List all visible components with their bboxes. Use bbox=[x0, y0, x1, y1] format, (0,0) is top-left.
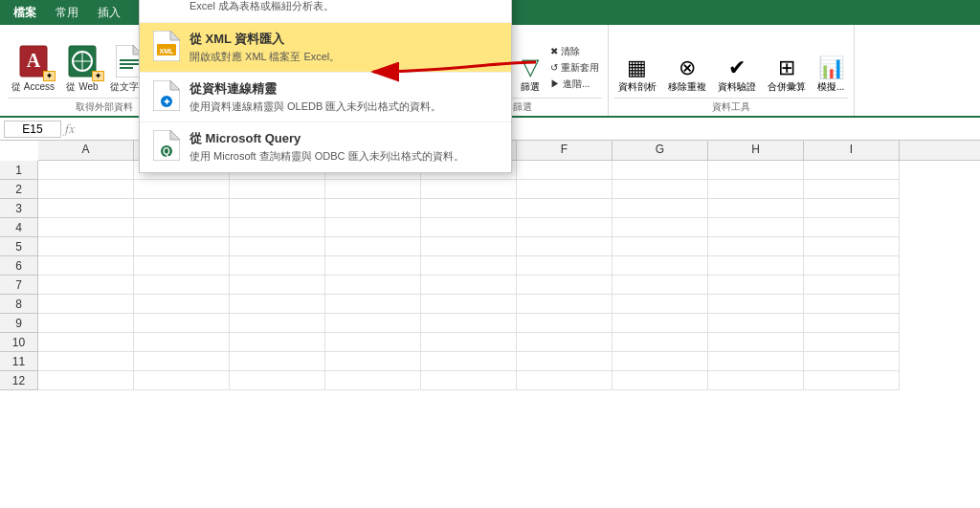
row-header-11[interactable]: 11 bbox=[0, 352, 37, 371]
btn-text-to-columns[interactable]: ▦ 資料剖析 bbox=[614, 54, 660, 96]
col-header-i[interactable]: I bbox=[804, 141, 900, 160]
formula-separator: 𝑓𝑥 bbox=[65, 121, 75, 137]
filter-icon: ▽ bbox=[522, 54, 539, 80]
svg-text:✦: ✦ bbox=[163, 97, 171, 107]
menu-item-microsoft-query[interactable]: Q 從 Microsoft Query 使用 Microsoft 查詢精靈與 O… bbox=[140, 122, 511, 171]
svg-text:XML: XML bbox=[160, 48, 175, 55]
web-btn-label: 從 Web bbox=[66, 81, 98, 93]
row-header-4[interactable]: 4 bbox=[0, 218, 37, 237]
dropdown-menu[interactable]: SQL 從 SQL Server 建立 SQL Server 表格的連線。將資料… bbox=[139, 0, 512, 173]
menu-item-data-connection-wizard[interactable]: ✦ 從資料連線精靈 使用資料連線精靈與 OLEDB 匯入未列出格式的資料。 bbox=[140, 73, 511, 122]
row-header-8[interactable]: 8 bbox=[0, 295, 37, 314]
name-box[interactable]: E15 bbox=[4, 121, 61, 138]
btn-remove-duplicates[interactable]: ⊗ 移除重複 bbox=[664, 54, 710, 96]
row-header-12[interactable]: 12 bbox=[0, 371, 37, 390]
btn-consolidate[interactable]: ⊞ 合併彙算 bbox=[764, 54, 810, 96]
access-icon: A ✦ bbox=[15, 43, 52, 79]
text-cols-icon: ▦ bbox=[627, 55, 647, 80]
microsoft-query-icon: Q bbox=[151, 130, 182, 161]
col-header-g[interactable]: G bbox=[612, 141, 708, 160]
data-val-label: 資料驗證 bbox=[718, 80, 756, 94]
microsoft-query-text: 從 Microsoft Query 使用 Microsoft 查詢精靈與 ODB… bbox=[189, 130, 464, 164]
row-header-5[interactable]: 5 bbox=[0, 237, 37, 256]
xml-import-title: 從 XML 資料匯入 bbox=[189, 31, 340, 48]
col-header-f[interactable]: F bbox=[517, 141, 612, 160]
filter-label: 篩選 bbox=[521, 80, 540, 94]
btn-data-validation[interactable]: ✔ 資料驗證 bbox=[714, 54, 760, 96]
data-conn-wizard-title: 從資料連線精靈 bbox=[189, 80, 441, 98]
tab-home[interactable]: 常用 bbox=[46, 1, 88, 25]
data-conn-wizard-icon: ✦ bbox=[151, 80, 182, 111]
btn-advanced[interactable]: ▶ 進階... bbox=[547, 77, 602, 92]
btn-whatif[interactable]: 📊 模擬... bbox=[813, 54, 848, 96]
svg-marker-30 bbox=[170, 130, 180, 140]
svg-marker-22 bbox=[170, 31, 180, 40]
menu-item-xml-import[interactable]: XML 從 XML 資料匯入 開啟或對應 XML 檔案至 Excel。 bbox=[140, 23, 511, 73]
btn-filter[interactable]: ▽ 篩選 bbox=[517, 52, 544, 96]
tab-file[interactable]: 檔案 bbox=[4, 1, 46, 25]
row-header-6[interactable]: 6 bbox=[0, 256, 37, 276]
btn-reapply[interactable]: ↺ 重新套用 bbox=[547, 60, 602, 76]
row-header-2[interactable]: 2 bbox=[0, 180, 37, 199]
menu-item-analysis-services[interactable]: SSAS 從 Analysis Services 建立 SQL Server A… bbox=[140, 0, 511, 23]
web-icon: ✦ bbox=[64, 43, 100, 79]
btn-from-access[interactable]: A ✦ 從 Access bbox=[8, 40, 58, 96]
svg-text:Q: Q bbox=[163, 146, 170, 157]
xml-import-text: 從 XML 資料匯入 開啟或對應 XML 檔案至 Excel。 bbox=[189, 31, 340, 64]
access-btn-label: 從 Access bbox=[11, 81, 55, 93]
svg-text:A: A bbox=[26, 50, 40, 71]
col-header-h[interactable]: H bbox=[708, 141, 804, 160]
btn-from-web[interactable]: ✦ 從 Web bbox=[60, 40, 104, 96]
btn-clear[interactable]: ✖ 清除 bbox=[547, 44, 602, 59]
group-data-tools: ▦ 資料剖析 ⊗ 移除重複 ✔ 資料驗證 ⊞ 合併彙算 📊 模擬... 資料工具 bbox=[609, 25, 855, 116]
microsoft-query-desc: 使用 Microsoft 查詢精靈與 ODBC 匯入未列出格式的資料。 bbox=[189, 149, 464, 164]
text-cols-label: 資料剖析 bbox=[618, 80, 657, 94]
whatif-label: 模擬... bbox=[817, 80, 844, 94]
group-data-tools-label: 資料工具 bbox=[614, 98, 848, 116]
row-header-7[interactable]: 7 bbox=[0, 276, 37, 295]
tab-insert[interactable]: 插入 bbox=[88, 1, 130, 25]
row-header-1[interactable]: 1 bbox=[0, 161, 37, 180]
whatif-icon: 📊 bbox=[818, 55, 844, 80]
analysis-services-text: 從 Analysis Services 建立 SQL Server Analys… bbox=[189, 0, 500, 14]
microsoft-query-title: 從 Microsoft Query bbox=[189, 130, 464, 147]
data-val-icon: ✔ bbox=[728, 55, 746, 80]
xml-import-desc: 開啟或對應 XML 檔案至 Excel。 bbox=[189, 50, 340, 64]
row-header-10[interactable]: 10 bbox=[0, 333, 37, 352]
remove-dup-icon: ⊗ bbox=[679, 55, 696, 80]
svg-marker-26 bbox=[170, 80, 180, 90]
xml-import-icon: XML bbox=[151, 31, 182, 61]
analysis-services-desc: 建立 SQL Server Analysis Services Cube 的連線… bbox=[189, 0, 500, 14]
data-conn-wizard-text: 從資料連線精靈 使用資料連線精靈與 OLEDB 匯入未列出格式的資料。 bbox=[189, 80, 441, 114]
row-header-3[interactable]: 3 bbox=[0, 199, 37, 218]
remove-dup-label: 移除重複 bbox=[668, 80, 706, 94]
row-header-9[interactable]: 9 bbox=[0, 314, 37, 333]
col-header-a[interactable]: A bbox=[38, 141, 134, 160]
consolidate-icon: ⊞ bbox=[778, 55, 795, 80]
consolidate-label: 合併彙算 bbox=[768, 80, 806, 94]
data-conn-wizard-desc: 使用資料連線精靈與 OLEDB 匯入未列出格式的資料。 bbox=[189, 99, 441, 114]
